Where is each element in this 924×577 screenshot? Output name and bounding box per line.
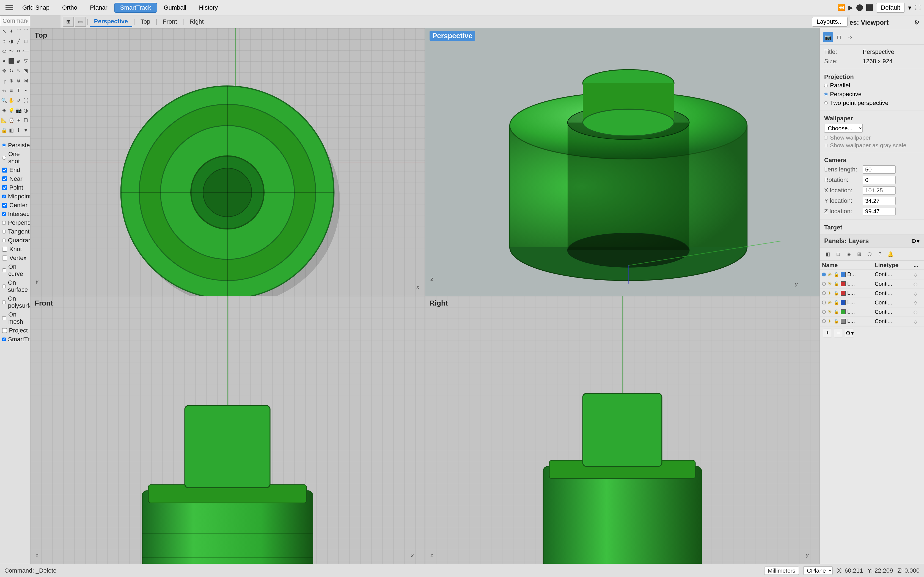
tab-grid-icon[interactable]: ⊞ [63,17,74,27]
twopoint-radio[interactable] [824,102,828,105]
snap-intersection[interactable]: Intersection [2,210,28,218]
boolean-tool[interactable]: ⊎ [15,77,22,85]
layer-active-dot[interactable] [822,282,826,286]
layer-color-swatch[interactable] [841,291,846,296]
quadrant-checkbox[interactable] [2,238,6,243]
offset-tool[interactable]: ⊕ [8,77,15,85]
knot-checkbox[interactable] [2,247,7,252]
oneshot-radio[interactable] [2,155,6,160]
intersection-checkbox[interactable] [2,211,6,216]
point-checkbox[interactable] [2,185,7,190]
command-input[interactable] [0,15,30,26]
arc-tool[interactable]: ◑ [8,37,15,45]
extent-tool[interactable]: ⛶ [22,97,29,105]
panel-render-btn[interactable]: ⬡ [865,250,874,259]
snap-tangent[interactable]: Tangent [2,227,28,236]
snap-smarttrack[interactable]: SmartTrack [2,335,28,344]
vertex-checkbox[interactable] [2,256,7,261]
perspective-radio[interactable] [824,93,828,96]
prop-tab-mesh[interactable]: ⟡ [845,32,855,42]
dot-tool[interactable]: • [22,87,29,95]
center-checkbox[interactable] [2,203,7,208]
lens-input[interactable] [863,165,896,174]
snap-oncurve[interactable]: On curve [2,263,28,278]
prop-tab-camera[interactable]: 📷 [823,32,833,42]
units-display[interactable]: Millimeters [764,567,799,575]
layer-row[interactable]: ☀ 🔒 D... Conti... ◇ [820,270,924,279]
persistent-radio[interactable] [2,143,6,148]
move-tool[interactable]: ✥ [0,67,8,75]
extract-tool[interactable]: ⋈ [22,77,29,85]
onsurface-checkbox[interactable] [2,284,6,289]
panel-material-btn[interactable]: ◈ [844,250,853,259]
layer-active-dot[interactable] [822,301,826,305]
layer-active-dot[interactable] [822,310,826,314]
snap-vertex[interactable]: Vertex [2,254,28,263]
layer-row[interactable]: ☀ 🔒 L... Conti... ◇ [820,316,924,326]
layer-color-swatch[interactable] [841,281,846,286]
panel-help-btn[interactable]: ? [876,250,885,259]
layouts-button[interactable]: Layouts... [812,17,848,27]
text-tool[interactable]: T [15,87,22,95]
snap-perpendicular[interactable]: Perpendicular [2,218,28,227]
block-tool[interactable]: ⧠ [22,116,29,124]
layer-row[interactable]: ☀ 🔒 L... Conti... ◇ [820,288,924,298]
ortho-button[interactable]: Ortho [57,3,83,13]
viewport-front[interactable]: Front [30,296,425,564]
hatch-tool[interactable]: ≡ [8,87,15,95]
snap-onsurface[interactable]: On surface [2,278,28,294]
add-layer-btn[interactable]: + [823,329,832,337]
trim-tool[interactable]: ✂ [15,47,22,55]
line-tool[interactable]: ╱ [15,37,22,45]
layer-row[interactable]: ☀ 🔒 L... Conti... ◇ [820,298,924,307]
ellipse-tool[interactable]: ⬭ [0,47,8,55]
planar-button[interactable]: Planar [84,3,113,13]
snap-oneshot[interactable]: One shot [2,150,28,166]
panels-settings-btn[interactable]: ⚙▾ [911,238,919,245]
more-tool[interactable]: ▼ [22,126,29,134]
xloc-input[interactable] [863,186,896,195]
grid-snap-button[interactable]: Grid Snap [16,3,55,13]
layer-tool[interactable]: ◧ [8,126,15,134]
render-tool[interactable]: ◈ [0,106,8,114]
zoom-tool[interactable]: 🔍 [0,97,8,105]
rewind-button[interactable]: ⏪ [838,4,845,11]
layer-settings-btn[interactable]: ⚙▾ [845,329,854,337]
end-checkbox[interactable] [2,168,7,172]
camera-tool[interactable]: 📷 [15,106,22,114]
onmesh-checkbox[interactable] [2,316,6,321]
show-gray-checkbox[interactable] [824,144,828,147]
layer-row[interactable]: ☀ 🔒 L... Conti... ◇ [820,307,924,316]
viewport-perspective[interactable]: Perspective [425,28,819,296]
oncurve-checkbox[interactable] [2,268,6,273]
layer-color-swatch[interactable] [841,272,846,277]
extend-tool[interactable]: ⟵ [22,47,29,55]
snap-onpolysurface[interactable]: On polysurface [2,294,28,310]
snap-near[interactable]: Near [2,174,28,183]
show-wallpaper-checkbox[interactable] [824,136,828,140]
panel-notify-btn[interactable]: 🔔 [886,250,895,259]
cylinder-tool[interactable]: ⌀ [15,57,22,65]
gumball-button[interactable]: Gumball [158,3,192,13]
onpolysurface-checkbox[interactable] [2,300,6,305]
dim-tool[interactable]: ⇿ [0,87,8,95]
group-tool[interactable]: ⊞ [15,116,22,124]
props-tool[interactable]: ℹ [15,126,22,134]
tab-rect-icon[interactable]: ▭ [75,17,86,27]
layer-active-dot[interactable] [822,291,826,295]
layer-active-dot[interactable] [822,272,826,276]
wallpaper-select[interactable]: Choose... [824,124,863,133]
layer-row[interactable]: ☀ 🔒 L... Conti... ◇ [820,279,924,288]
layer-color-swatch[interactable] [841,309,846,314]
shade-tool[interactable]: ◑ [22,106,29,114]
lock-tool[interactable]: 🔒 [0,126,8,134]
zloc-input[interactable] [863,207,896,215]
panel-layers-btn[interactable]: ◧ [823,250,832,259]
near-checkbox[interactable] [2,176,7,181]
parallel-radio[interactable] [824,84,828,87]
analyze-tool[interactable]: 📐 [0,116,8,124]
freeform-tool[interactable]: 〜 [8,47,15,55]
perpendicular-checkbox[interactable] [2,220,6,225]
tangent-checkbox[interactable] [2,229,6,234]
yloc-input[interactable] [863,197,896,205]
